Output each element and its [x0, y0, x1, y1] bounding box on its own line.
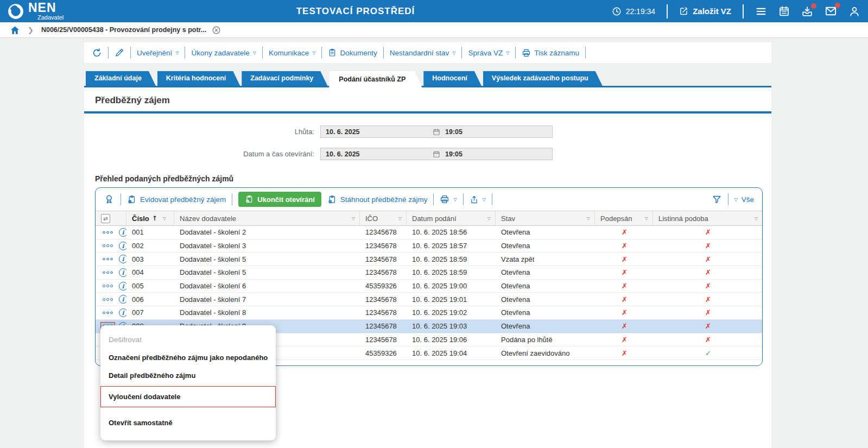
- column-header-podepsan[interactable]: Podepsán ▽: [595, 211, 653, 225]
- grid-export-button[interactable]: ▽: [470, 195, 486, 204]
- table-row[interactable]: i 004 Dodavatel - školení 5 12345678 10.…: [96, 266, 762, 280]
- menu-nestandardni-stav[interactable]: Nestandardní stav▽: [390, 49, 456, 57]
- row-info-icon[interactable]: i: [119, 242, 127, 250]
- home-icon[interactable]: [10, 25, 20, 35]
- row-actions-dots-icon[interactable]: [100, 295, 115, 304]
- row-actions-dots-icon[interactable]: [100, 242, 115, 250]
- menu-dokumenty[interactable]: Dokumenty: [328, 48, 377, 57]
- refresh-button[interactable]: [92, 48, 102, 58]
- certificates-button[interactable]: [104, 194, 115, 205]
- table-row[interactable]: i 003 Dodavatel - školení 5 12345678 10.…: [96, 253, 762, 266]
- column-header-listinna-podoba[interactable]: Listinná podoba ▽: [653, 211, 762, 225]
- main-menu-button[interactable]: [755, 5, 767, 17]
- menu-item-oznaceni-jako-nepodaneho[interactable]: Označení předběžného zájmu jako nepodané…: [100, 349, 276, 367]
- row-info-icon[interactable]: i: [119, 282, 127, 291]
- edit-record-button[interactable]: [115, 48, 124, 58]
- column-filter-icon[interactable]: ▽: [645, 216, 648, 221]
- row-actions-dots-icon[interactable]: [100, 255, 115, 263]
- menu-item-otevrit-samostatne[interactable]: Otevřít samostatně: [100, 414, 276, 432]
- grid-title: Přehled podaných předběžných zájmů: [95, 174, 771, 183]
- column-header-datum-podani[interactable]: Datum podání ▽: [407, 211, 496, 225]
- calendar-button[interactable]: [778, 5, 790, 17]
- column-filter-icon[interactable]: ▽: [755, 216, 758, 221]
- close-tab-icon[interactable]: [212, 26, 221, 35]
- table-row[interactable]: i 007 Dodavatel - školení 8 12345678 10.…: [96, 306, 762, 320]
- column-header-stav[interactable]: Stav ▽: [496, 211, 595, 225]
- calendar-icon: [778, 5, 790, 17]
- cell-listinna-podoba-mark: ✗: [653, 242, 762, 250]
- cell-datum-podani: 10. 6. 2025 19:00: [407, 282, 496, 290]
- column-header-cislo[interactable]: Číslo ↑ ▽: [126, 211, 174, 225]
- grid-view-all-button[interactable]: ▽ Vše: [734, 195, 754, 204]
- tab-zadavaci-podminky[interactable]: Zadávací podmínky: [242, 71, 327, 86]
- menu-ukony-zadavatele[interactable]: Úkony zadavatele▽: [191, 49, 256, 57]
- clock-time: 22:19:34: [626, 7, 656, 16]
- column-header-ico[interactable]: IČO ▽: [360, 211, 407, 225]
- cell-listinna-podoba-mark: ✗: [653, 295, 762, 304]
- brand-name: NEN: [28, 2, 64, 14]
- grid-filter-button[interactable]: [712, 194, 722, 205]
- cell-stav: Otevřena: [496, 322, 595, 330]
- messages-button[interactable]: [825, 5, 837, 17]
- column-header-nazev-dodavatele[interactable]: Název dodavatele ▽: [174, 211, 360, 225]
- tab-podani-ucastniku-zp[interactable]: Podání účastníků ZP: [329, 71, 422, 87]
- ukoncit-otevirani-button[interactable]: Ukončit otevírání: [238, 192, 321, 207]
- table-row[interactable]: i 002 Dodavatel - školení 3 12345678 10.…: [96, 239, 762, 253]
- stahnout-predbezne-zajmy-button[interactable]: Stáhnout předběžné zájmy: [327, 195, 428, 204]
- cell-ico: 12345678: [360, 242, 407, 250]
- breadcrumb-item[interactable]: N006/25/V00005438 - Provozování prodejny…: [41, 26, 221, 35]
- cell-datum-podani: 10. 6. 2025 19:02: [407, 308, 496, 317]
- time-value: 19:05: [445, 150, 462, 158]
- toolbar-divider: [433, 193, 434, 205]
- menu-tisk-zaznamu[interactable]: Tisk záznamu: [522, 48, 579, 58]
- field-lhuta-datetime[interactable]: 10. 6. 2025 19:05: [320, 125, 553, 138]
- create-vz-button[interactable]: Založit VZ: [679, 7, 731, 16]
- field-otevirani-datetime[interactable]: 10. 6. 2025 19:05: [320, 148, 553, 160]
- nen-logo[interactable]: NEN Zadavatel: [8, 2, 64, 21]
- column-filter-icon[interactable]: ▽: [398, 216, 402, 221]
- table-row[interactable]: i 001 Dodavatel - školení 2 12345678 10.…: [96, 226, 762, 239]
- row-info-icon[interactable]: i: [119, 268, 127, 277]
- row-info-icon[interactable]: i: [119, 228, 127, 237]
- tab-vysledek-zadavaciho-postupu[interactable]: Výsledek zadávacího postupu: [483, 71, 603, 86]
- cell-listinna-podoba-mark: ✗: [653, 268, 762, 276]
- clipboard-gear-icon: [127, 195, 136, 204]
- tab-hodnoceni[interactable]: Hodnocení: [423, 71, 481, 86]
- tab-zakladni-udaje[interactable]: Základní údaje: [86, 71, 156, 86]
- downloads-button[interactable]: [801, 5, 813, 17]
- row-actions-dots-icon[interactable]: [100, 309, 115, 317]
- menu-sprava-vz[interactable]: Správa VZ▽: [468, 49, 509, 57]
- chevron-down-icon: ▽: [452, 51, 455, 55]
- tab-kriteria-hodnoceni[interactable]: Kritéria hodnocení: [157, 71, 240, 86]
- cell-cislo: 006: [126, 295, 174, 304]
- menu-item-detail-predbezneho-zajmu[interactable]: Detail předběžného zájmu: [100, 367, 276, 384]
- row-info-icon[interactable]: i: [119, 295, 127, 304]
- column-filter-icon[interactable]: ▽: [587, 216, 590, 221]
- nen-swirl-icon: [8, 3, 24, 20]
- menu-komunikace[interactable]: Komunikace▽: [269, 49, 315, 57]
- column-filter-icon[interactable]: ▽: [352, 216, 355, 221]
- toolbar-divider: [232, 193, 232, 205]
- profile-button[interactable]: [848, 5, 860, 17]
- menu-item-desifrovat: Dešifrovat: [100, 331, 276, 349]
- chevron-down-icon: ▽: [312, 51, 315, 55]
- context-menu: Dešifrovat Označení předběžného zájmu ja…: [100, 325, 276, 440]
- breadcrumb-bar: ❯ N006/25/V00005438 - Provozování prodej…: [0, 22, 868, 38]
- row-actions-dots-icon[interactable]: [100, 229, 115, 237]
- column-filter-icon[interactable]: ▽: [487, 216, 491, 221]
- menu-uverejneni[interactable]: Uveřejnění▽: [137, 49, 179, 57]
- cell-datum-podani: 10. 6. 2025 18:59: [407, 255, 496, 263]
- column-filter-icon[interactable]: ▽: [163, 216, 166, 221]
- evidovat-predbezny-zajem-button[interactable]: Evidovat předběžný zájem: [127, 195, 226, 204]
- row-info-icon[interactable]: i: [119, 308, 127, 317]
- column-settings-icon[interactable]: ⇄: [101, 214, 110, 223]
- row-info-icon[interactable]: i: [119, 255, 127, 263]
- grid-print-button[interactable]: ▽: [440, 194, 457, 204]
- table-row[interactable]: i 006 Dodavatel - školení 7 12345678 10.…: [96, 293, 762, 306]
- cell-podepsan-mark: ✗: [595, 336, 653, 344]
- row-actions-dots-icon[interactable]: [100, 282, 115, 290]
- menu-item-vylouceni-dodavatele[interactable]: Vyloučení dodavatele: [100, 386, 276, 407]
- table-row[interactable]: i 005 Dodavatel - školení 6 45359326 10.…: [96, 280, 762, 293]
- cell-stav: Podána po lhůtě: [496, 336, 595, 344]
- row-actions-dots-icon[interactable]: [100, 269, 115, 277]
